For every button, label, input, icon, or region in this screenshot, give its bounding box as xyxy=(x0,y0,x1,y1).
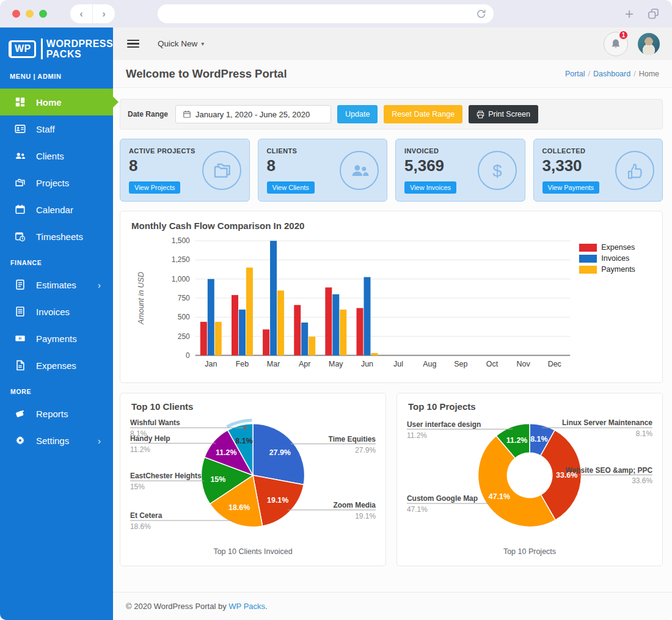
zoom-window-button[interactable] xyxy=(39,10,47,18)
legend-item-invoices: Invoices xyxy=(579,254,651,263)
svg-text:EastChester Heights: EastChester Heights xyxy=(130,472,202,480)
date-range-bar: Date Range January 1, 2020 - June 25, 20… xyxy=(120,99,663,129)
id-card-icon xyxy=(15,123,26,134)
sidebar-nav: HomeStaffClientsProjectsCalendarTimeshee… xyxy=(0,89,113,454)
svg-text:0: 0 xyxy=(186,351,190,360)
legend-swatch xyxy=(579,244,597,252)
reports-icon xyxy=(15,408,26,419)
sidebar-item-label: Estimates xyxy=(36,280,76,290)
stat-card-clients: CLIENTS8View Clients xyxy=(258,139,388,202)
svg-text:Nov: Nov xyxy=(517,360,531,368)
dollar-icon: $ xyxy=(478,151,517,190)
svg-text:User interface design: User interface design xyxy=(407,420,481,429)
back-icon[interactable]: ‹ xyxy=(70,4,92,23)
svg-text:1,500: 1,500 xyxy=(172,236,190,245)
view-invoices-button[interactable]: View Invoices xyxy=(404,181,456,194)
sidebar-item-settings[interactable]: Settings› xyxy=(0,427,113,454)
hamburger-menu-icon[interactable] xyxy=(127,40,139,48)
sidebar-item-label: Clients xyxy=(36,151,64,161)
timesheet-icon xyxy=(15,231,26,242)
user-avatar[interactable] xyxy=(638,33,660,55)
pie-caption: Top 10 Clients Invoiced xyxy=(128,545,378,560)
sidebar-section-more: MORE xyxy=(0,379,113,400)
view-payments-button[interactable]: View Payments xyxy=(542,181,600,194)
tab-overview-icon[interactable] xyxy=(647,7,660,20)
top-projects-card: Top 10 Projects 8.1%Linux Server Mainten… xyxy=(396,393,663,566)
minimize-window-button[interactable] xyxy=(26,10,34,18)
chrome-right-controls: + xyxy=(625,7,660,20)
svg-text:18.6%: 18.6% xyxy=(130,522,151,531)
notifications-button[interactable]: 1 xyxy=(604,32,628,56)
main-area: Quick New ▾ 1 Welcome to WordPress Porta… xyxy=(113,27,672,620)
view-clients-button[interactable]: View Clients xyxy=(267,181,315,194)
sidebar-item-label: Projects xyxy=(36,178,69,188)
topbar: Quick New ▾ 1 xyxy=(113,27,672,60)
svg-text:Sep: Sep xyxy=(454,360,467,368)
chart-legend: ExpensesInvoicesPayments xyxy=(579,235,651,376)
chart-title: Monthly Cash Flow Comparison In 2020 xyxy=(131,221,651,231)
sidebar-item-projects[interactable]: Projects xyxy=(0,169,113,196)
svg-text:Jan: Jan xyxy=(205,360,217,368)
sidebar-item-calendar[interactable]: Calendar xyxy=(0,196,113,223)
menu-admin-label: MENU | ADMIN xyxy=(0,65,113,89)
thumbs-up-icon xyxy=(615,151,654,190)
sidebar-item-home[interactable]: Home xyxy=(0,89,113,115)
svg-text:8.1%: 8.1% xyxy=(130,429,147,438)
pie-title: Top 10 Projects xyxy=(404,401,655,412)
legend-label: Expenses xyxy=(601,243,635,252)
wp-packs-link[interactable]: WP Packs xyxy=(228,602,265,611)
gear-icon xyxy=(15,435,26,446)
top-projects-donut-chart: 8.1%Linux Server Maintenance8.1%33.6%Web… xyxy=(404,412,655,542)
sidebar-item-expenses[interactable]: Expenses xyxy=(0,352,113,379)
estimate-icon xyxy=(15,279,26,290)
print-screen-button[interactable]: Print Screen xyxy=(469,105,538,123)
forward-icon[interactable]: › xyxy=(93,4,115,23)
topbar-right: 1 xyxy=(604,32,660,56)
pie-caption: Top 10 Projects xyxy=(404,545,655,560)
app-logo[interactable]: WP WORDPRESS PACKS xyxy=(0,27,113,65)
chevron-right-icon: › xyxy=(98,280,113,290)
sidebar-item-label: Expenses xyxy=(36,360,76,371)
svg-text:Et Cetera: Et Cetera xyxy=(130,511,163,520)
svg-text:11.2%: 11.2% xyxy=(407,431,427,440)
sidebar-item-payments[interactable]: 0Payments xyxy=(0,325,113,352)
svg-text:250: 250 xyxy=(178,332,190,341)
printer-icon xyxy=(477,111,484,119)
svg-text:8.1%: 8.1% xyxy=(636,429,653,438)
svg-text:8.1%: 8.1% xyxy=(530,435,547,443)
sidebar-section-finance: FINANCE xyxy=(0,250,113,271)
svg-text:500: 500 xyxy=(178,313,190,321)
money-icon: 0 xyxy=(15,333,26,344)
reset-date-range-button[interactable]: Reset Date Range xyxy=(384,105,462,123)
close-window-button[interactable] xyxy=(12,10,20,18)
sidebar-item-label: Staff xyxy=(36,124,55,134)
refresh-icon[interactable] xyxy=(475,9,486,20)
sidebar-item-staff[interactable]: Staff xyxy=(0,115,113,142)
page-title: Welcome to WordPress Portal xyxy=(126,67,287,81)
date-range-input[interactable]: January 1, 2020 - June 25, 2020 xyxy=(175,105,331,123)
update-button[interactable]: Update xyxy=(337,105,378,123)
quick-new-dropdown[interactable]: Quick New ▾ xyxy=(158,39,204,48)
footer: © 2020 WordPress Portal by WP Packs. xyxy=(113,592,672,620)
browser-chrome: ‹ › + xyxy=(0,0,672,27)
svg-text:1,250: 1,250 xyxy=(172,255,190,264)
sidebar-item-invoices[interactable]: Invoices xyxy=(0,298,113,325)
breadcrumb-portal[interactable]: Portal xyxy=(565,70,585,78)
calendar-icon xyxy=(183,110,191,119)
stat-cards-row: ACTIVE PROJECTS8View ProjectsCLIENTS8Vie… xyxy=(120,139,663,202)
svg-text:Wishful Wants: Wishful Wants xyxy=(130,418,180,427)
sidebar-item-timesheets[interactable]: Timesheets xyxy=(0,223,113,250)
view-projects-button[interactable]: View Projects xyxy=(129,181,180,194)
cash-flow-chart-card: Monthly Cash Flow Comparison In 2020 025… xyxy=(120,211,663,383)
bar-chart: 02505007501,0001,2501,500Amount in USDJa… xyxy=(131,235,579,376)
svg-text:8.1%: 8.1% xyxy=(235,437,252,445)
logo-text: WORDPRESS PACKS xyxy=(41,38,113,59)
svg-text:1,000: 1,000 xyxy=(172,275,190,283)
url-bar[interactable] xyxy=(158,4,494,23)
new-tab-icon[interactable]: + xyxy=(625,8,634,20)
sidebar-item-estimates[interactable]: Estimates› xyxy=(0,271,113,298)
sidebar-item-clients[interactable]: Clients xyxy=(0,142,113,169)
users-icon xyxy=(340,151,379,190)
sidebar-item-reports[interactable]: Reports xyxy=(0,400,113,427)
breadcrumb-dashboard[interactable]: Dashboard xyxy=(593,70,630,78)
